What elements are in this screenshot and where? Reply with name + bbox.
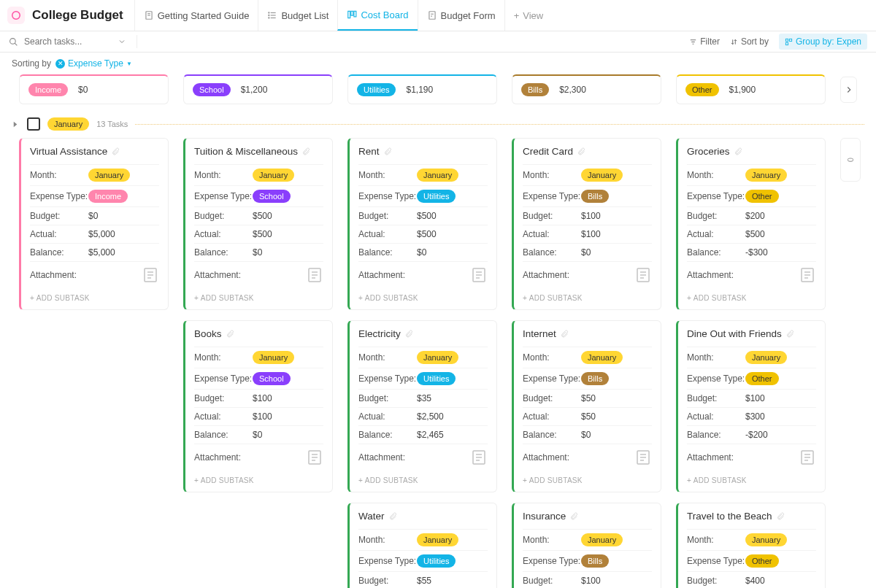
field-row: Balance:$0 (194, 243, 323, 261)
task-card[interactable]: Books Month:JanuaryExpense Type:SchoolBu… (183, 320, 333, 492)
attachment-label: Attachment: (194, 452, 241, 463)
task-card[interactable]: Insurance Month:JanuaryExpense Type:Bill… (512, 503, 661, 588)
task-card[interactable]: Virtual Assistance Month:JanuaryExpense … (19, 138, 169, 310)
tab-budget-list[interactable]: Budget List (258, 0, 337, 31)
add-view-button[interactable]: + View (504, 0, 553, 31)
tab-cost-board[interactable]: Cost Board (337, 0, 417, 31)
add-subtask-button[interactable]: + ADD SUBTASK (30, 288, 159, 302)
expense-type-tag: Utilities (417, 190, 456, 203)
sort-button[interactable]: Sort by (730, 36, 769, 47)
add-subtask-button[interactable]: + ADD SUBTASK (358, 288, 488, 302)
field-label: Expense Type: (523, 191, 581, 201)
chevron-down-icon[interactable] (118, 37, 126, 46)
expense-type-tag: School (253, 372, 291, 385)
add-subtask-button[interactable]: + ADD SUBTASK (358, 471, 488, 484)
filter-icon (689, 38, 697, 46)
month-tag: January (581, 533, 623, 546)
add-subtask-button[interactable]: + ADD SUBTASK (523, 288, 652, 302)
group-month-tag[interactable]: January (47, 117, 89, 131)
field-row: Budget:$50 (523, 389, 652, 407)
attachment-preview-icon[interactable] (142, 266, 159, 284)
close-icon[interactable]: ✕ (55, 59, 65, 69)
field-label: Balance: (30, 247, 88, 258)
add-subtask-button[interactable]: + ADD SUBTASK (687, 471, 816, 484)
field-label: Actual: (523, 229, 581, 239)
field-row: Month:January (30, 164, 159, 185)
field-row: Budget:$100 (194, 389, 323, 407)
filter-button[interactable]: Filter (689, 36, 720, 47)
month-tag: January (253, 351, 294, 364)
attachment-preview-icon[interactable] (799, 266, 816, 284)
attachment-label: Attachment: (687, 452, 734, 463)
task-card[interactable]: Dine Out with Friends Month:JanuaryExpen… (676, 320, 826, 492)
field-value: Bills (581, 190, 609, 203)
task-card[interactable]: Rent Month:JanuaryExpense Type:Utilities… (347, 138, 497, 310)
task-card[interactable]: Water Month:JanuaryExpense Type:Utilitie… (347, 503, 497, 588)
tab-getting-started[interactable]: Getting Started Guide (134, 0, 258, 31)
field-label: Actual: (687, 229, 745, 239)
column-header-bills[interactable]: Bills$2,300 (512, 74, 661, 104)
scroll-right-button[interactable] (840, 77, 857, 103)
doc-icon (144, 10, 154, 20)
field-value: $100 (253, 393, 272, 403)
attachment-preview-icon[interactable] (306, 449, 323, 466)
field-label: Month: (687, 535, 745, 545)
paperclip-icon (388, 512, 397, 521)
field-label: Month: (358, 352, 417, 363)
field-value: School (253, 190, 291, 203)
task-card[interactable]: Travel to the Beach Month:JanuaryExpense… (676, 503, 826, 588)
field-label: Expense Type: (687, 191, 745, 201)
field-value: Other (745, 190, 779, 203)
add-subtask-button[interactable]: + ADD SUBTASK (523, 471, 652, 484)
column-header-other[interactable]: Other$1,900 (676, 74, 826, 104)
column-header-income[interactable]: Income$0 (19, 74, 169, 104)
task-card[interactable]: Credit Card Month:JanuaryExpense Type:Bi… (512, 138, 661, 310)
attachment-preview-icon[interactable] (470, 449, 488, 466)
task-card[interactable]: Groceries Month:JanuaryExpense Type:Othe… (676, 138, 826, 310)
field-value: January (417, 169, 458, 182)
attachment-label: Attachment: (30, 270, 77, 280)
add-subtask-button[interactable]: + ADD SUBTASK (194, 471, 323, 484)
board-icon (347, 9, 357, 20)
task-card[interactable]: Internet Month:JanuaryExpense Type:Bills… (512, 320, 661, 492)
column-header-school[interactable]: School$1,200 (183, 74, 333, 104)
attachment-preview-icon[interactable] (799, 449, 816, 466)
add-subtask-button[interactable]: + ADD SUBTASK (687, 288, 816, 302)
field-label: Actual: (358, 229, 417, 239)
field-value: $0 (417, 247, 426, 258)
group-checkbox[interactable] (27, 117, 40, 131)
tab-budget-form[interactable]: Budget Form (418, 0, 504, 31)
collapsed-group-tab[interactable]: 0 (840, 138, 861, 182)
field-label: Actual: (523, 411, 581, 422)
attachment-preview-icon[interactable] (306, 266, 323, 284)
svg-rect-22 (789, 39, 791, 41)
column-header-utilities[interactable]: Utilities$1,190 (347, 74, 497, 104)
field-value: Bills (581, 372, 609, 385)
attachment-label: Attachment: (358, 270, 405, 280)
sorting-chip[interactable]: ✕ Expense Type ▼ (55, 58, 132, 69)
field-value: $0 (581, 430, 591, 440)
attachment-preview-icon[interactable] (634, 266, 652, 284)
sort-icon (730, 38, 738, 46)
field-label: Month: (194, 352, 253, 363)
task-card[interactable]: Tuition & Miscellaneous Month:JanuaryExp… (183, 138, 333, 310)
collapse-icon[interactable] (12, 120, 20, 128)
month-tag: January (745, 533, 787, 546)
field-row: Actual:$2,500 (358, 407, 488, 425)
expense-type-tag: Other (745, 554, 779, 568)
field-value: January (745, 169, 787, 182)
attachment-preview-icon[interactable] (470, 266, 488, 284)
search-input[interactable] (24, 36, 112, 47)
expense-type-tag: School (253, 190, 291, 203)
expense-type-tag: Bills (581, 190, 609, 203)
month-tag: January (253, 169, 294, 182)
attachment-preview-icon[interactable] (634, 449, 652, 466)
field-row: Actual:$50 (523, 407, 652, 425)
task-card[interactable]: Electricity Month:JanuaryExpense Type:Ut… (347, 320, 497, 492)
group-by-button[interactable]: Group by: Expen (779, 34, 867, 50)
field-row: Expense Type:Bills (523, 550, 652, 571)
field-label: Balance: (194, 247, 253, 258)
field-row: Expense Type:Other (687, 185, 816, 206)
expense-type-tag: Utilities (417, 554, 456, 568)
add-subtask-button[interactable]: + ADD SUBTASK (194, 288, 323, 302)
